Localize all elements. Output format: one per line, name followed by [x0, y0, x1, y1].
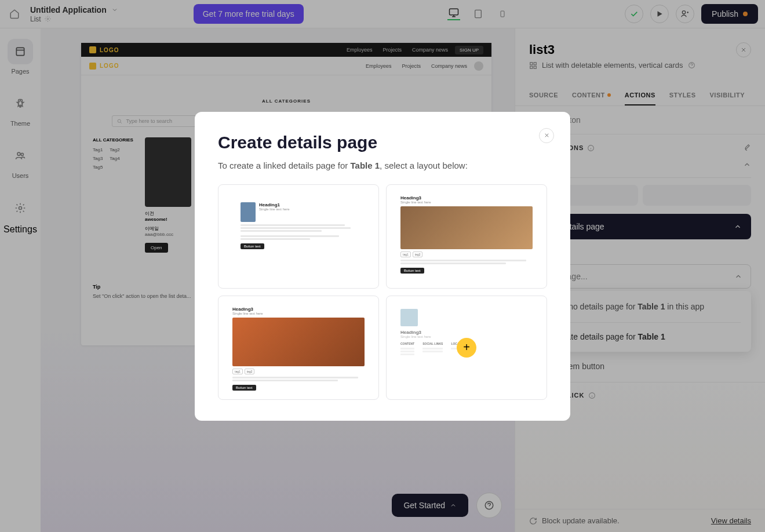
layout-avatar [400, 309, 418, 326]
plus-circle-icon: + [457, 338, 476, 358]
layout-option-1[interactable]: Heading1 Single line text here Button te… [218, 184, 379, 289]
modal-close-button[interactable] [539, 128, 554, 143]
layout-option-4[interactable]: + Heading3 Single line text here CONTENT… [386, 296, 547, 400]
modal-subtitle: To create a linked details page for Tabl… [218, 161, 547, 170]
close-icon [544, 132, 550, 139]
layout-option-3[interactable]: Heading3 Single line text here tag1tag2 … [218, 296, 379, 400]
layout-image [232, 318, 365, 366]
modal-title: Create details page [218, 133, 547, 152]
create-details-modal: Create details page To create a linked d… [195, 112, 570, 421]
layout-image [400, 206, 533, 249]
layout-avatar [241, 202, 256, 222]
modal-backdrop[interactable]: Create details page To create a linked d… [0, 0, 765, 532]
layout-option-2[interactable]: Heading3 Single line text here tag1tag2 … [386, 184, 547, 289]
